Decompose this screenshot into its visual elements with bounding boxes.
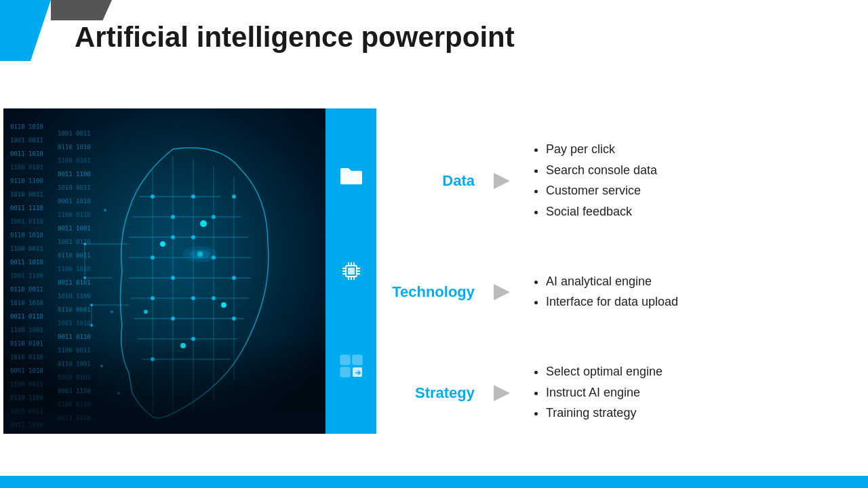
right-panel: Data Pay per click Search console data C… [366, 75, 868, 476]
image-panel: 0110 1010 1001 0011 0011 1010 1100 0101 … [0, 75, 353, 476]
strategy-row: Strategy Select optimal engine Instruct … [366, 362, 868, 424]
list-item: Search console data [546, 161, 657, 180]
technology-bullets: AI analytical engine Interface for data … [529, 272, 678, 314]
list-item: Select optimal engine [546, 362, 663, 382]
svg-marker-121 [494, 385, 510, 401]
ai-svg: 0110 1010 1001 0011 0011 1010 1100 0101 … [3, 108, 346, 434]
svg-rect-116 [353, 355, 362, 365]
list-item: Social feedback [546, 202, 657, 222]
list-item: Instruct AI engine [546, 383, 663, 403]
data-label: Data [366, 172, 488, 190]
page-title: Artificial intelligence powerpoint [75, 21, 515, 54]
svg-rect-117 [340, 367, 350, 377]
data-bullets: Pay per click Search console data Custom… [529, 140, 657, 223]
strategy-bullets: Select optimal engine Instruct AI engine… [529, 362, 663, 424]
svg-rect-100 [3, 108, 346, 434]
data-arrow-icon [488, 167, 515, 195]
ai-brain-image: 0110 1010 1001 0011 0011 1010 1100 0101 … [3, 108, 346, 434]
top-accent [0, 0, 51, 61]
chip-icon [335, 255, 368, 287]
header: Artificial intelligence powerpoint [61, 7, 868, 68]
list-item: Training strategy [546, 403, 663, 423]
blue-sidebar [326, 108, 376, 434]
data-row: Data Pay per click Search console data C… [366, 140, 868, 223]
main-content: 0110 1010 1001 0011 0011 1010 1100 0101 … [0, 75, 868, 476]
list-item: Pay per click [546, 140, 657, 159]
svg-rect-115 [340, 355, 350, 365]
strategy-icon [335, 350, 368, 382]
svg-rect-118 [353, 367, 362, 377]
strategy-arrow-icon [488, 380, 515, 407]
strategy-label: Strategy [366, 384, 488, 402]
svg-rect-102 [348, 268, 355, 274]
svg-marker-120 [494, 284, 510, 300]
list-item: AI analytical engine [546, 272, 678, 291]
bottom-bar [0, 476, 868, 488]
svg-marker-119 [494, 173, 510, 189]
folder-icon [335, 160, 368, 192]
top-tab [51, 0, 112, 20]
technology-label: Technology [366, 283, 488, 301]
list-item: Customer service [546, 181, 657, 201]
technology-arrow-icon [488, 279, 515, 306]
list-item: Interface for data upload [546, 292, 678, 312]
technology-row: Technology AI analytical engine Interfac… [366, 272, 868, 314]
